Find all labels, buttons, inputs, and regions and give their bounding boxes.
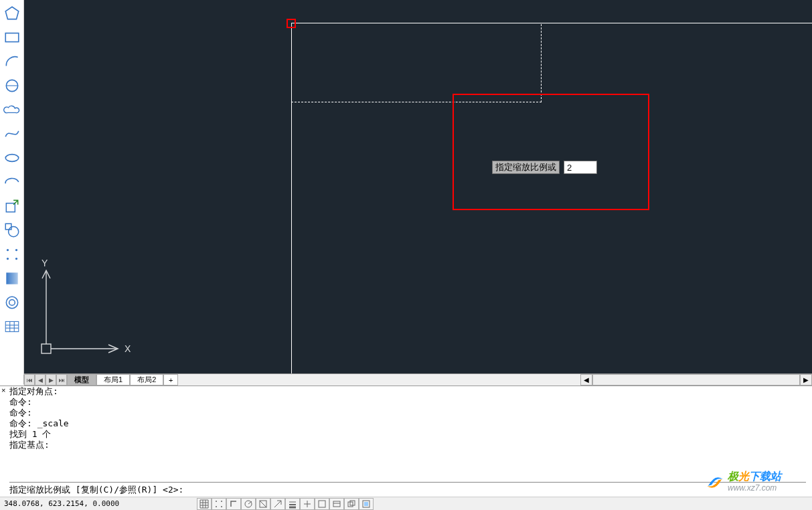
command-history: 指定对角点: 命令: 命令: 命令: _scale 找到 1 个 指定基点: <box>9 386 806 477</box>
spline-tool[interactable] <box>1 122 23 146</box>
svg-rect-12 <box>6 272 17 284</box>
table-tool[interactable] <box>1 315 23 339</box>
hscroll-track[interactable] <box>592 374 800 386</box>
arc-tool[interactable] <box>1 50 23 74</box>
svg-point-9 <box>15 249 17 251</box>
svg-point-13 <box>6 296 17 308</box>
highlight-box <box>453 94 649 210</box>
svg-point-14 <box>9 300 15 306</box>
svg-rect-15 <box>5 321 19 331</box>
svg-point-10 <box>6 258 8 260</box>
svg-point-8 <box>6 249 8 251</box>
circle-diameter-tool[interactable] <box>1 74 23 98</box>
grid-toggle[interactable] <box>197 498 212 510</box>
svg-point-25 <box>216 501 217 502</box>
properties-toggle[interactable] <box>329 498 344 510</box>
ellipse-arc-tool[interactable] <box>1 170 23 194</box>
svg-rect-20 <box>42 344 51 353</box>
tab-add[interactable]: + <box>163 374 178 386</box>
svg-rect-42 <box>364 502 368 506</box>
tab-nav-first[interactable]: ⏮ <box>24 374 35 386</box>
model-toggle[interactable] <box>315 498 329 510</box>
dyn-toggle[interactable] <box>300 498 315 510</box>
svg-rect-1 <box>5 33 19 42</box>
tab-nav-next[interactable]: ▶ <box>46 374 56 386</box>
dynamic-input-label: 指定缩放比例或 <box>492 161 560 174</box>
status-bar: 348.0768, 623.2154, 0.0000 <box>0 497 812 510</box>
osnap-toggle[interactable] <box>256 498 270 510</box>
left-toolbar <box>0 0 24 385</box>
svg-rect-36 <box>319 501 325 507</box>
coordinates-readout: 348.0768, 623.2154, 0.0000 <box>0 499 123 508</box>
ellipse-tool[interactable] <box>1 146 23 170</box>
tab-nav-last[interactable]: ⏭ <box>56 374 67 386</box>
polygon-circle-tool[interactable] <box>1 218 23 242</box>
svg-marker-0 <box>5 7 19 19</box>
lineweight-toggle[interactable] <box>285 498 300 510</box>
selection-cycling-toggle[interactable] <box>344 498 359 510</box>
status-toggles <box>197 498 374 510</box>
svg-text:Y: Y <box>42 258 48 268</box>
svg-text:X: X <box>125 343 131 354</box>
layout-tabs-row: ⏮ ◀ ▶ ⏭ 模型 布局1 布局2 + ◀ ▶ <box>24 373 812 386</box>
polar-toggle[interactable] <box>241 498 256 510</box>
close-command-window[interactable]: × <box>1 387 8 394</box>
svg-rect-7 <box>5 224 11 230</box>
command-line[interactable]: 指定缩放比例或 [复制(C)/参照(R)] <2>: <box>9 482 806 494</box>
rectangle-tool[interactable] <box>1 25 23 50</box>
otrack-toggle[interactable] <box>270 498 285 510</box>
svg-rect-37 <box>333 501 340 507</box>
tab-model[interactable]: 模型 <box>67 374 96 386</box>
dynamic-input-field[interactable] <box>564 161 597 174</box>
ortho-toggle[interactable] <box>226 498 241 510</box>
snap-toggle[interactable] <box>212 498 226 510</box>
crosshair-v <box>541 24 542 102</box>
svg-point-11 <box>15 258 17 260</box>
point-tool[interactable] <box>1 242 23 266</box>
base-point-grip[interactable] <box>287 19 296 28</box>
quick-properties-toggle[interactable] <box>359 498 374 510</box>
tab-layout2[interactable]: 布局2 <box>130 374 163 386</box>
drawing-canvas[interactable]: 指定缩放比例或 Y X <box>24 0 812 373</box>
svg-point-28 <box>221 506 222 507</box>
svg-line-32 <box>260 501 266 507</box>
command-window: × 指定对角点: 命令: 命令: 命令: _scale 找到 1 个 指定基点:… <box>0 386 812 497</box>
ucs-icon: Y X <box>36 258 143 365</box>
cloud-tool[interactable] <box>1 98 23 122</box>
svg-point-4 <box>5 155 19 162</box>
tab-nav-prev[interactable]: ◀ <box>35 374 46 386</box>
svg-point-27 <box>216 506 217 507</box>
tab-layout1[interactable]: 布局1 <box>96 374 130 386</box>
gradient-tool[interactable] <box>1 266 23 290</box>
dynamic-input-prompt: 指定缩放比例或 <box>492 161 597 174</box>
polygon-tool[interactable] <box>1 1 23 25</box>
hscroll-left[interactable]: ◀ <box>580 374 592 386</box>
insert-block-tool[interactable] <box>1 194 23 218</box>
ring-tool[interactable] <box>1 290 23 315</box>
hscroll-right[interactable]: ▶ <box>800 374 812 386</box>
svg-point-6 <box>8 227 18 237</box>
svg-point-26 <box>221 501 222 502</box>
